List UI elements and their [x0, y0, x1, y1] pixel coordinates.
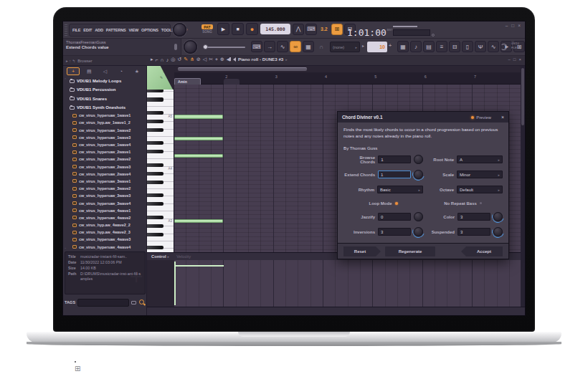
- tab-clock-icon[interactable]: ◔: [115, 67, 128, 75]
- loop-mode-led[interactable]: [395, 202, 398, 205]
- touch-controller-icon[interactable]: ∿: [488, 41, 499, 52]
- plugin-database-icon[interactable]: Ψ: [475, 41, 486, 52]
- menu-item-edit[interactable]: EDIT: [83, 28, 92, 32]
- black-key[interactable]: [147, 150, 163, 153]
- note-slide-icon[interactable]: ∿: [277, 41, 288, 52]
- step-edit-icon[interactable]: →: [264, 41, 275, 52]
- close-button[interactable]: ×: [518, 23, 521, 28]
- pr-close-button[interactable]: ×: [518, 57, 521, 62]
- pr-paint-brush-icon[interactable]: ⋔: [190, 57, 194, 62]
- browser-file[interactable]: cw_virus_hypersaw_3wave2: [63, 185, 147, 192]
- pr-snap-magnet-icon[interactable]: ∩: [161, 57, 164, 62]
- black-key[interactable]: [147, 97, 163, 101]
- jazzify-knob[interactable]: [414, 212, 423, 221]
- piano-keyboard[interactable]: A5A4A3: [147, 85, 174, 253]
- note-A3[interactable]: [174, 219, 223, 223]
- news-indicator[interactable]: 09/10 FLEX |: [511, 42, 521, 49]
- piano-roll-panel-icon[interactable]: ♪: [410, 41, 422, 52]
- slider-handle[interactable]: [203, 44, 208, 49]
- maximize-button[interactable]: □: [511, 23, 514, 28]
- stamp-icon[interactable]: ▦: [303, 41, 314, 52]
- browser-file[interactable]: cw_virus_hypersaw_2wave2: [63, 155, 147, 163]
- menu-item-options[interactable]: OPTIONS: [141, 28, 158, 32]
- browser-folder[interactable]: VDUB1 Melody Loops: [63, 77, 147, 85]
- extend-chords-input[interactable]: 1: [378, 171, 411, 178]
- vertical-scrollbar-thumb[interactable]: [521, 68, 524, 125]
- pr-options-arrow-icon[interactable]: ▸: [151, 57, 153, 62]
- tab-star-icon[interactable]: ★: [131, 67, 143, 75]
- scroll-down-icon[interactable]: ⌄: [64, 245, 67, 249]
- octave-dropdown[interactable]: Default▸: [457, 186, 503, 193]
- pr-wrench-icon[interactable]: ⌐: [156, 57, 158, 62]
- black-key[interactable]: [147, 111, 163, 115]
- pr-draw-pencil-icon[interactable]: ✎: [184, 57, 188, 62]
- channel-rack-icon[interactable]: ▤: [423, 41, 435, 52]
- velocity-lane[interactable]: [174, 260, 521, 307]
- piano-roll-titlebar[interactable]: Piano roll - DUNE3 #3 ▸: [229, 57, 288, 62]
- black-key[interactable]: [147, 202, 163, 206]
- scroll-up-icon[interactable]: ⌃: [64, 77, 67, 82]
- timeline-handle[interactable]: [224, 79, 240, 85]
- browser-file[interactable]: cw_virus_hypersaw_1wave3: [63, 134, 147, 141]
- browser-file[interactable]: cw_virus_hyp.aw_4wave2_3: [63, 229, 147, 236]
- horizontal-scrollbar-thumb[interactable]: [178, 67, 307, 71]
- menu-item-add[interactable]: ADD: [95, 28, 103, 32]
- playlist-icon[interactable]: ▦: [397, 41, 409, 52]
- pr-select-icon[interactable]: ⌖: [215, 57, 218, 62]
- velocity-label[interactable]: Velocity: [176, 254, 191, 259]
- browser-nav-icons[interactable]: ▸ ↑ ↰: [66, 59, 75, 63]
- black-key[interactable]: [147, 193, 163, 197]
- black-key[interactable]: [147, 128, 163, 132]
- tab-plus-icon[interactable]: +: [67, 67, 80, 75]
- note-E5[interactable]: [174, 137, 223, 140]
- mixer-icon[interactable]: ≡: [436, 41, 447, 52]
- browser-file[interactable]: cw_virus_hypersaw_1wave2: [63, 127, 147, 134]
- tab-audio-icon[interactable]: ◁: [99, 67, 112, 75]
- stop-button[interactable]: ■: [232, 23, 244, 35]
- rhythm-dropdown[interactable]: Basic▸: [377, 186, 423, 193]
- timeline[interactable]: Amin 234567: [174, 72, 521, 85]
- dialog-titlebar[interactable]: Chord Diviner v0.1 Preview ×: [338, 112, 508, 123]
- tab-file-icon[interactable]: ▤: [82, 67, 95, 75]
- metronome-icon[interactable]: ⋀: [293, 24, 304, 35]
- typing-to-piano-icon[interactable]: ⌨: [251, 41, 262, 52]
- accept-button[interactable]: Accept: [461, 246, 503, 256]
- menu-item-file[interactable]: FILE: [72, 28, 80, 32]
- control-label[interactable]: Control: [151, 254, 166, 259]
- pr-stamp-target-icon[interactable]: ◎: [171, 57, 175, 62]
- black-key[interactable]: [147, 141, 163, 145]
- browser-file[interactable]: cw_virus_hypersaw_2wave1: [63, 148, 147, 155]
- reset-button[interactable]: Reset: [343, 246, 381, 256]
- browser-folder[interactable]: VDUB1 Percussion: [63, 85, 147, 94]
- note-C5[interactable]: [174, 154, 223, 158]
- black-key[interactable]: [147, 233, 163, 236]
- browser-file[interactable]: cw_virus_hypersaw_4wave4: [63, 244, 147, 251]
- tags-folder-icon[interactable]: [131, 301, 136, 304]
- jazzify-input[interactable]: 0: [378, 213, 411, 221]
- pr-slice-icon[interactable]: ✂: [209, 57, 213, 62]
- browser-file[interactable]: cw_virus_hypersaw_2wave3: [63, 163, 147, 171]
- extend-chords-knob[interactable]: [414, 170, 423, 179]
- pr-zoom-icon[interactable]: ⊕: [220, 57, 224, 62]
- suspended-input[interactable]: 3: [457, 228, 490, 236]
- regenerate-button[interactable]: Regenerate: [385, 246, 435, 256]
- dialog-close-icon[interactable]: ×: [501, 115, 504, 120]
- horizontal-scrollbar[interactable]: [174, 67, 521, 72]
- minimize-button[interactable]: –: [506, 23, 508, 28]
- root-note-dropdown[interactable]: A▸: [457, 155, 503, 163]
- browser-file[interactable]: cw_virus_hypersaw_1wave4: [63, 141, 147, 148]
- chord-marker[interactable]: Amin: [174, 78, 201, 85]
- toolbar-grip[interactable]: [65, 24, 67, 36]
- browser-file[interactable]: cw_virus_hypersaw_3wave3: [63, 192, 147, 199]
- monitor-headphones-icon[interactable]: ∩: [316, 41, 327, 52]
- menu-item-patterns[interactable]: PATTERNS: [106, 28, 126, 32]
- black-key[interactable]: [147, 163, 163, 167]
- plugin-picker-icon[interactable]: ▯: [462, 41, 473, 52]
- pr-note-properties-icon[interactable]: ♪: [166, 57, 169, 62]
- menu-item-view[interactable]: VIEW: [129, 28, 139, 32]
- pattern-selector[interactable]: 10: [367, 42, 387, 52]
- black-key[interactable]: [147, 120, 163, 123]
- browser-file[interactable]: cw_virus_hypersaw_4wave1: [63, 207, 147, 214]
- no-repeat-bass-led[interactable]: [480, 202, 482, 204]
- scale-dropdown[interactable]: Minor▸: [457, 171, 503, 178]
